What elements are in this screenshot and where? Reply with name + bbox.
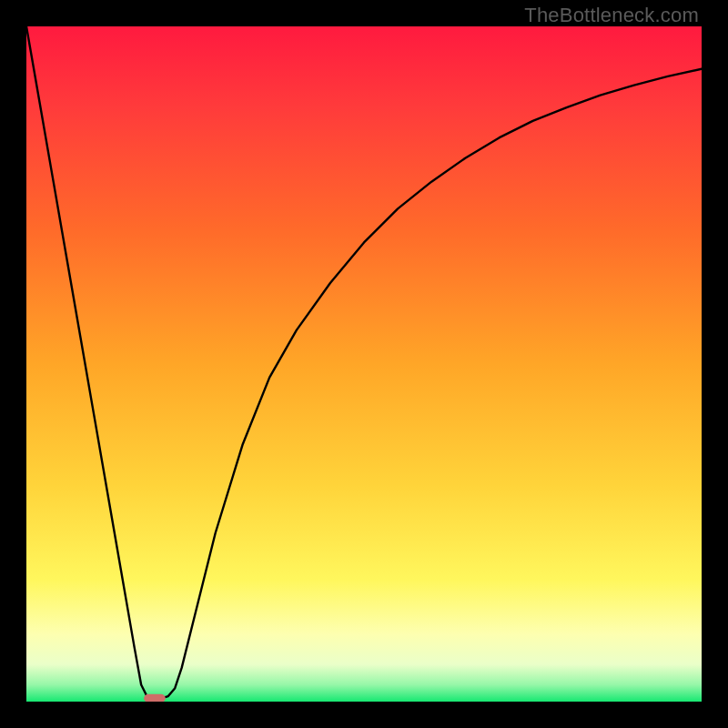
min-marker	[144, 694, 166, 702]
bottleneck-chart	[26, 26, 702, 702]
chart-frame	[26, 26, 702, 702]
gradient-background	[26, 26, 702, 702]
watermark-text: TheBottleneck.com	[524, 4, 699, 27]
